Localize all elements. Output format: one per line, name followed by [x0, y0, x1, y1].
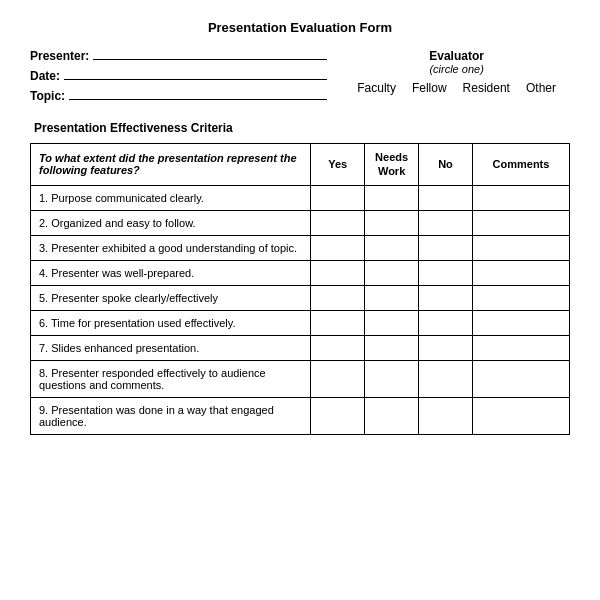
row-question-5: 5. Presenter spoke clearly/effectively	[31, 285, 311, 310]
row-no-8	[419, 360, 473, 397]
row-comments-2	[472, 210, 569, 235]
row-question-6: 6. Time for presentation used effectivel…	[31, 310, 311, 335]
row-no-9	[419, 397, 473, 434]
evaluator-subtitle: (circle one)	[343, 63, 570, 75]
topic-row: Topic:	[30, 89, 327, 103]
evaluator-options: Faculty Fellow Resident Other	[343, 81, 570, 95]
table-row: 2. Organized and easy to follow.	[31, 210, 570, 235]
row-needs-work-6	[365, 310, 419, 335]
row-yes-5	[311, 285, 365, 310]
row-no-3	[419, 235, 473, 260]
table-row: 4. Presenter was well-prepared.	[31, 260, 570, 285]
table-row: 3. Presenter exhibited a good understand…	[31, 235, 570, 260]
row-no-5	[419, 285, 473, 310]
row-no-2	[419, 210, 473, 235]
table-row: 7. Slides enhanced presentation.	[31, 335, 570, 360]
row-yes-4	[311, 260, 365, 285]
header-section: Presenter: Date: Topic: Evaluator (circl…	[30, 49, 570, 103]
col-header-needs-work: Needs Work	[365, 144, 419, 186]
col-header-yes: Yes	[311, 144, 365, 186]
col-header-question: To what extent did the presentation repr…	[31, 144, 311, 186]
row-no-4	[419, 260, 473, 285]
row-question-8: 8. Presenter responded effectively to au…	[31, 360, 311, 397]
row-needs-work-9	[365, 397, 419, 434]
left-fields: Presenter: Date: Topic:	[30, 49, 327, 103]
row-comments-1	[472, 185, 569, 210]
evaluator-option-fellow: Fellow	[412, 81, 447, 95]
presenter-row: Presenter:	[30, 49, 327, 63]
row-needs-work-4	[365, 260, 419, 285]
row-no-6	[419, 310, 473, 335]
date-row: Date:	[30, 69, 327, 83]
table-header-row: To what extent did the presentation repr…	[31, 144, 570, 186]
row-question-3: 3. Presenter exhibited a good understand…	[31, 235, 311, 260]
row-comments-9	[472, 397, 569, 434]
evaluator-section: Evaluator (circle one) Faculty Fellow Re…	[343, 49, 570, 103]
table-row: 6. Time for presentation used effectivel…	[31, 310, 570, 335]
evaluator-title: Evaluator	[343, 49, 570, 63]
evaluator-option-resident: Resident	[463, 81, 510, 95]
table-row: 1. Purpose communicated clearly.	[31, 185, 570, 210]
table-row: 9. Presentation was done in a way that e…	[31, 397, 570, 434]
row-needs-work-1	[365, 185, 419, 210]
row-yes-7	[311, 335, 365, 360]
col-header-no: No	[419, 144, 473, 186]
row-yes-8	[311, 360, 365, 397]
row-comments-8	[472, 360, 569, 397]
row-yes-3	[311, 235, 365, 260]
row-needs-work-2	[365, 210, 419, 235]
presenter-label: Presenter:	[30, 49, 89, 63]
date-label: Date:	[30, 69, 60, 83]
page: Presentation Evaluation Form Presenter: …	[0, 0, 600, 455]
row-needs-work-5	[365, 285, 419, 310]
evaluation-table: To what extent did the presentation repr…	[30, 143, 570, 435]
row-comments-3	[472, 235, 569, 260]
row-needs-work-7	[365, 335, 419, 360]
row-question-7: 7. Slides enhanced presentation.	[31, 335, 311, 360]
row-yes-2	[311, 210, 365, 235]
row-comments-7	[472, 335, 569, 360]
row-no-7	[419, 335, 473, 360]
date-line	[64, 79, 327, 80]
row-comments-6	[472, 310, 569, 335]
table-row: 5. Presenter spoke clearly/effectively	[31, 285, 570, 310]
evaluator-option-other: Other	[526, 81, 556, 95]
table-row: 8. Presenter responded effectively to au…	[31, 360, 570, 397]
col-header-comments: Comments	[472, 144, 569, 186]
row-no-1	[419, 185, 473, 210]
topic-label: Topic:	[30, 89, 65, 103]
row-yes-1	[311, 185, 365, 210]
row-question-1: 1. Purpose communicated clearly.	[31, 185, 311, 210]
row-question-9: 9. Presentation was done in a way that e…	[31, 397, 311, 434]
form-title: Presentation Evaluation Form	[30, 20, 570, 35]
row-needs-work-8	[365, 360, 419, 397]
row-question-4: 4. Presenter was well-prepared.	[31, 260, 311, 285]
row-comments-5	[472, 285, 569, 310]
presenter-line	[93, 59, 327, 60]
row-comments-4	[472, 260, 569, 285]
topic-line	[69, 99, 327, 100]
row-needs-work-3	[365, 235, 419, 260]
row-question-2: 2. Organized and easy to follow.	[31, 210, 311, 235]
section-title: Presentation Effectiveness Criteria	[34, 121, 570, 135]
row-yes-9	[311, 397, 365, 434]
row-yes-6	[311, 310, 365, 335]
evaluator-option-faculty: Faculty	[357, 81, 396, 95]
